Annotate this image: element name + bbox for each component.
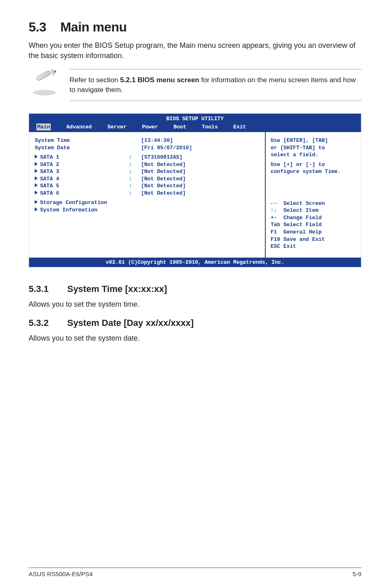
system-time-label: System Time xyxy=(35,137,129,144)
key-row: Tab Select Field xyxy=(271,221,356,229)
bios-menu-tools[interactable]: Tools xyxy=(202,123,218,131)
submenu-arrow-icon xyxy=(35,169,38,173)
key-row: ESC Exit xyxy=(271,243,356,250)
sata-5-label: SATA 5 xyxy=(40,183,59,189)
bios-menu-main[interactable]: Main xyxy=(36,123,51,131)
system-time-row[interactable]: System Time [13:44:30] xyxy=(35,137,259,144)
pencil-note-icon xyxy=(29,69,61,99)
subsection-heading-531: 5.3.1 System Time [xx:xx:xx] xyxy=(29,284,361,294)
sata-3-label: SATA 3 xyxy=(40,168,59,175)
bios-left-pane: System Time [13:44:30] System Date [Fri … xyxy=(29,132,265,258)
sata-2-label: SATA 2 xyxy=(40,162,59,168)
submenu-arrow-icon xyxy=(35,155,38,159)
bios-menu-boot[interactable]: Boot xyxy=(173,123,186,131)
help-line-1: Use [ENTER], [TAB] xyxy=(271,137,356,144)
section-number: 5.3 xyxy=(29,20,46,34)
sata-6-value: [Not Detected] xyxy=(141,190,259,197)
sata-2-row[interactable]: SATA 2 : [Not Detected] xyxy=(35,161,259,168)
bios-footer: v02.61 (C)Copyright 1985-2010, American … xyxy=(29,258,361,267)
bios-header: BIOS SETUP UTILITY Main Advanced Server … xyxy=(29,114,361,132)
sata-1-value: [ST3160812AS] xyxy=(141,154,259,161)
submenu-arrow-icon xyxy=(35,176,38,180)
key-row: F10 Save and Exit xyxy=(271,236,356,243)
bios-menu-power[interactable]: Power xyxy=(142,123,158,131)
bios-body: System Time [13:44:30] System Date [Fri … xyxy=(29,132,361,258)
system-date-row[interactable]: System Date [Fri 05/07/2010] xyxy=(35,144,259,152)
sata-6-row[interactable]: SATA 6 : [Not Detected] xyxy=(35,190,259,197)
help-line-2: or [SHIFT-TAB] to xyxy=(271,144,356,152)
submenu-arrow-icon xyxy=(35,162,38,166)
sata-4-label: SATA 4 xyxy=(40,176,59,182)
subsection-title: System Date [Day xx/xx/xxxx] xyxy=(67,318,193,328)
subsection-number: 5.3.1 xyxy=(29,284,65,294)
sata-3-value: [Not Detected] xyxy=(141,168,259,175)
bios-help-pane: Use [ENTER], [TAB] or [SHIFT-TAB] to sel… xyxy=(265,132,361,258)
bios-screen: BIOS SETUP UTILITY Main Advanced Server … xyxy=(29,113,361,267)
sata-4-value: [Not Detected] xyxy=(141,175,259,183)
page-footer: ASUS RS500A-E6/PS4 5-9 xyxy=(29,568,361,577)
subsection-532-text: Allows you to set the system date. xyxy=(29,333,361,343)
subsection-number: 5.3.2 xyxy=(29,318,65,328)
bios-menu-server[interactable]: Server xyxy=(108,123,127,131)
help-line-4: Use [+] or [-] to xyxy=(271,161,356,168)
key-row: +- Change Field xyxy=(271,214,356,222)
sata-5-value: [Not Detected] xyxy=(141,182,259,190)
help-line-3: select a field. xyxy=(271,151,356,159)
footer-product: ASUS RS500A-E6/PS4 xyxy=(29,570,93,577)
note-text-before: Refer to section xyxy=(69,76,120,84)
system-time-value: [13:44:30] xyxy=(141,137,259,144)
sata-1-row[interactable]: SATA 1 : [ST3160812AS] xyxy=(35,154,259,161)
submenu-arrow-icon xyxy=(35,191,38,195)
key-row: ←→ Select Screen xyxy=(271,200,356,207)
sata-6-label: SATA 6 xyxy=(40,190,59,196)
section-intro: When you enter the BIOS Setup program, t… xyxy=(29,40,361,61)
svg-rect-1 xyxy=(36,70,52,81)
subsection-heading-532: 5.3.2 System Date [Day xx/xx/xxxx] xyxy=(29,318,361,328)
system-date-value: [Fri 05/07/2010] xyxy=(141,144,259,152)
bios-menu-bar: Main Advanced Server Power Boot Tools Ex… xyxy=(29,123,361,132)
sata-2-value: [Not Detected] xyxy=(141,161,259,168)
subsection-531-text: Allows you to set the system time. xyxy=(29,299,361,310)
help-line-5: configure system Time. xyxy=(271,168,356,175)
submenu-arrow-icon xyxy=(35,207,38,211)
system-date-label: System Date xyxy=(35,144,129,152)
note-bold: 5.2.1 BIOS menu screen xyxy=(120,76,199,84)
bios-menu-exit[interactable]: Exit xyxy=(233,123,246,131)
submenu-arrow-icon xyxy=(35,200,38,204)
bios-menu-advanced[interactable]: Advanced xyxy=(66,123,92,131)
help-keys: ←→ Select Screen ↑↓ Select Item +- Chang… xyxy=(271,200,356,250)
submenu-arrow-icon xyxy=(35,183,38,187)
sata-4-row[interactable]: SATA 4 : [Not Detected] xyxy=(35,175,259,183)
subsection-title: System Time [xx:xx:xx] xyxy=(67,284,167,294)
section-title: Main menu xyxy=(60,20,127,34)
footer-page: 5-9 xyxy=(352,570,361,577)
svg-point-0 xyxy=(33,90,56,96)
bios-title: BIOS SETUP UTILITY xyxy=(29,115,361,123)
key-row: F1 General Help xyxy=(271,229,356,236)
storage-config-label: Storage Configuration xyxy=(40,200,107,206)
note-text: Refer to section 5.2.1 BIOS menu screen … xyxy=(69,69,361,101)
key-row: ↑↓ Select Item xyxy=(271,207,356,214)
sata-5-row[interactable]: SATA 5 : [Not Detected] xyxy=(35,182,259,190)
storage-configuration-row[interactable]: Storage Configuration xyxy=(35,199,259,206)
note-block: Refer to section 5.2.1 BIOS menu screen … xyxy=(29,69,361,101)
sata-3-row[interactable]: SATA 3 : [Not Detected] xyxy=(35,168,259,175)
sata-1-label: SATA 1 xyxy=(40,154,59,160)
system-info-label: System Information xyxy=(40,207,97,213)
section-heading: 5.3 Main menu xyxy=(29,20,361,35)
system-information-row[interactable]: System Information xyxy=(35,206,259,214)
